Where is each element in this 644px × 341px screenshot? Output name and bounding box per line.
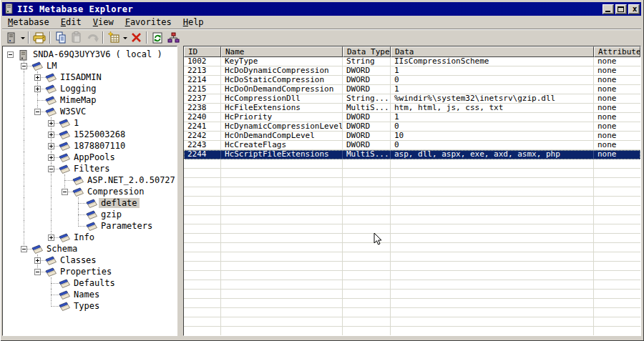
menu-metabase[interactable]: Metabase	[2, 16, 55, 29]
close-button[interactable]: x	[628, 4, 640, 14]
property-row[interactable]: 2238HcFileExtensionsMultiS...htm, html, …	[184, 104, 640, 113]
property-row[interactable]: 1002KeyTypeStringIIsCompressionSchemenon…	[184, 57, 640, 66]
collapse-icon[interactable]	[7, 51, 14, 58]
property-row[interactable]: 2244HcScriptFileExtensionsMultiS...asp, …	[184, 150, 640, 159]
expand-icon[interactable]	[34, 86, 41, 92]
property-row[interactable]: 2215HcDoOnDemandCompressionDWORD1none	[184, 85, 640, 94]
tree-node-gzip[interactable]: gzip	[4, 209, 177, 220]
tree-node-label[interactable]: deflate	[99, 198, 140, 208]
tree-node-mimemap[interactable]: MimeMap	[4, 94, 177, 106]
expand-icon[interactable]	[34, 74, 41, 81]
tree-node-label[interactable]: AppPools	[72, 152, 117, 162]
tree-node-asp-net-2-0-50727-0[interactable]: ASP.NET_2.0.50727.0	[4, 174, 177, 186]
tree-node-label[interactable]: 1525003268	[72, 129, 127, 139]
tree-node-label[interactable]: Info	[72, 232, 97, 242]
tree-node-label[interactable]: IISADMIN	[58, 72, 104, 82]
tree-node-label[interactable]: 1878807110	[72, 141, 127, 151]
expand-icon[interactable]	[34, 257, 41, 264]
collapse-icon[interactable]	[34, 269, 41, 275]
menu-help[interactable]: Help	[177, 16, 210, 29]
collapse-icon[interactable]	[21, 246, 27, 252]
tree-node-info[interactable]: Info	[4, 232, 177, 243]
tree-node-1[interactable]: 1	[4, 117, 177, 129]
empty-row	[184, 262, 640, 271]
cell-data: 1	[391, 66, 594, 76]
menu-favorites[interactable]: Favorites	[119, 16, 177, 29]
tree-node-deflate[interactable]: deflate	[4, 197, 177, 209]
collapse-icon[interactable]	[48, 166, 54, 172]
new-key-button-dropdown[interactable]	[122, 31, 128, 45]
menu-view[interactable]: View	[87, 16, 119, 29]
tree-node-label[interactable]: ASP.NET_2.0.50727.0	[85, 175, 177, 185]
column-header-data[interactable]: Data	[391, 46, 594, 57]
expand-icon[interactable]	[48, 143, 54, 149]
collapse-icon[interactable]	[21, 63, 27, 69]
tree-node-lm[interactable]: LM	[4, 60, 177, 71]
collapse-icon[interactable]	[62, 189, 68, 195]
window-title: IIS Metabase Explorer	[17, 4, 602, 14]
tree-node-label[interactable]: Defaults	[72, 278, 117, 288]
tree-node-types[interactable]: Types	[4, 300, 177, 312]
property-row[interactable]: 2237HcCompressionDllString...%windir%\sy…	[184, 94, 640, 104]
copy-button[interactable]	[53, 31, 69, 45]
tree-node-label[interactable]: Compression	[85, 187, 146, 197]
tree-node-label[interactable]: Classes	[58, 255, 99, 265]
tree-node-properties[interactable]: Properties	[4, 266, 177, 277]
tree-node-label[interactable]: W3SVC	[58, 107, 88, 117]
property-row[interactable]: 2243HcCreateFlagsDWORD0none	[184, 141, 640, 150]
title-bar[interactable]: IIS Metabase Explorer x	[2, 2, 641, 16]
tree-node-label[interactable]: Types	[72, 301, 102, 311]
connect-server-button-dropdown[interactable]	[19, 31, 26, 45]
cell-data: asp, dll, aspx, exe, axd, asmx, php	[391, 150, 594, 159]
new-key-button[interactable]	[106, 31, 122, 45]
tree-node-snda-69q3uyy3v6-local[interactable]: SNDA-69Q3UYY3V6 ( local )	[4, 49, 177, 60]
tree-node-names[interactable]: Names	[4, 289, 177, 300]
menu-edit[interactable]: Edit	[55, 16, 87, 29]
expand-icon[interactable]	[48, 154, 54, 161]
tree-node-iisadmin[interactable]: IISADMIN	[4, 71, 177, 83]
property-row[interactable]: 2242HcOnDemandCompLevelDWORD10none	[184, 132, 640, 141]
tree-node-classes[interactable]: Classes	[4, 254, 177, 266]
maximize-button[interactable]	[615, 4, 627, 14]
tree-node-label[interactable]: gzip	[99, 209, 124, 219]
tree-node-logging[interactable]: Logging	[4, 83, 177, 94]
column-header-data-type[interactable]: Data Type	[343, 46, 391, 57]
tree-node-filters[interactable]: Filters	[4, 163, 177, 174]
hierarchy-view-button[interactable]	[165, 31, 181, 45]
property-row[interactable]: 2241HcDynamicCompressionLevelDWORD0none	[184, 122, 640, 132]
tree-node-defaults[interactable]: Defaults	[4, 277, 177, 289]
tree-node-schema[interactable]: Schema	[4, 243, 177, 254]
delete-button[interactable]	[128, 31, 144, 45]
tree-node-label[interactable]: Schema	[44, 244, 79, 254]
expand-icon[interactable]	[48, 120, 54, 127]
tree-node-label[interactable]: Properties	[58, 267, 114, 277]
tree-node-label[interactable]: 1	[72, 118, 81, 128]
property-row[interactable]: 2214HcDoStaticCompressionDWORD0none	[184, 76, 640, 85]
tree-node-label[interactable]: MimeMap	[58, 95, 99, 105]
tree-node-label[interactable]: Parameters	[99, 221, 155, 231]
tree-node-1878807110[interactable]: 1878807110	[4, 140, 177, 152]
column-header-attributes[interactable]: Attributes	[594, 46, 640, 57]
expand-icon[interactable]	[48, 234, 54, 241]
column-header-name[interactable]: Name	[221, 46, 343, 57]
connect-server-button[interactable]	[4, 31, 19, 45]
tree-node-label[interactable]: Names	[72, 290, 102, 300]
tree-node-label[interactable]: Filters	[72, 164, 112, 174]
tree-node-w3svc[interactable]: W3SVC	[4, 106, 177, 117]
column-header-id[interactable]: ID	[184, 46, 221, 57]
property-row[interactable]: 2213HcDoDynamicCompressionDWORD1none	[184, 66, 640, 76]
property-row[interactable]: 2240HcPriorityDWORD1none	[184, 113, 640, 122]
minimize-button[interactable]	[602, 4, 614, 14]
panel-splitter[interactable]	[177, 46, 183, 336]
tree-node-parameters[interactable]: Parameters	[4, 220, 177, 232]
print-button[interactable]	[31, 31, 47, 45]
tree-node-1525003268[interactable]: 1525003268	[4, 129, 177, 140]
tree-node-label[interactable]: Logging	[58, 84, 99, 94]
expand-icon[interactable]	[48, 132, 54, 138]
tree-node-label[interactable]: SNDA-69Q3UYY3V6 ( local )	[31, 49, 165, 59]
tree-node-label[interactable]: LM	[44, 61, 59, 71]
refresh-button[interactable]	[150, 31, 165, 45]
tree-node-apppools[interactable]: AppPools	[4, 152, 177, 163]
collapse-icon[interactable]	[34, 109, 41, 115]
tree-node-compression[interactable]: Compression	[4, 186, 177, 197]
